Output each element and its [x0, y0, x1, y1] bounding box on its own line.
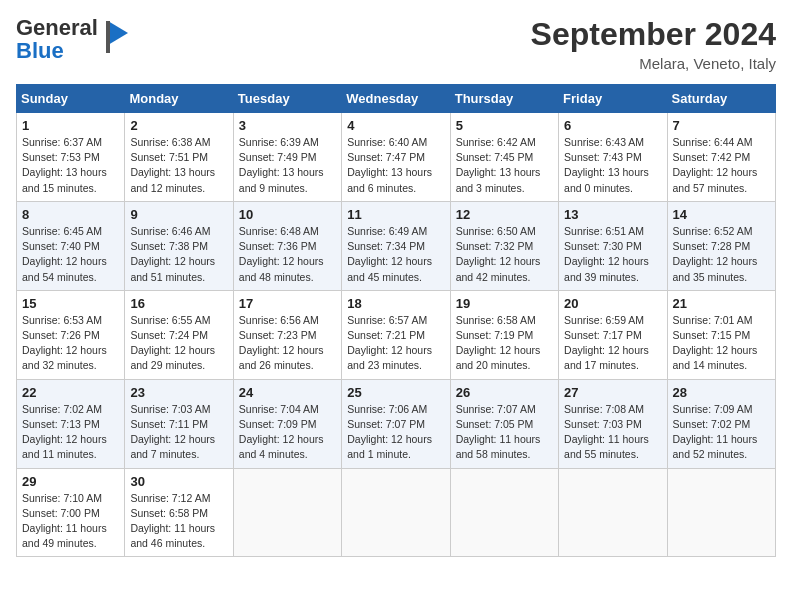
- page-header: General Blue September 2024 Melara, Vene…: [16, 16, 776, 72]
- day-info: Sunrise: 6:44 AM Sunset: 7:42 PM Dayligh…: [673, 135, 770, 196]
- calendar-cell: 29Sunrise: 7:10 AM Sunset: 7:00 PM Dayli…: [17, 468, 125, 557]
- svg-rect-1: [106, 21, 110, 53]
- calendar-cell: 8Sunrise: 6:45 AM Sunset: 7:40 PM Daylig…: [17, 201, 125, 290]
- day-info: Sunrise: 6:49 AM Sunset: 7:34 PM Dayligh…: [347, 224, 444, 285]
- calendar-cell: 9Sunrise: 6:46 AM Sunset: 7:38 PM Daylig…: [125, 201, 233, 290]
- day-number: 24: [239, 385, 336, 400]
- day-info: Sunrise: 6:39 AM Sunset: 7:49 PM Dayligh…: [239, 135, 336, 196]
- calendar-cell: 25Sunrise: 7:06 AM Sunset: 7:07 PM Dayli…: [342, 379, 450, 468]
- day-info: Sunrise: 6:58 AM Sunset: 7:19 PM Dayligh…: [456, 313, 553, 374]
- calendar-cell: [559, 468, 667, 557]
- logo: General Blue: [16, 16, 130, 62]
- calendar-cell: 28Sunrise: 7:09 AM Sunset: 7:02 PM Dayli…: [667, 379, 775, 468]
- calendar-cell: 10Sunrise: 6:48 AM Sunset: 7:36 PM Dayli…: [233, 201, 341, 290]
- day-info: Sunrise: 6:57 AM Sunset: 7:21 PM Dayligh…: [347, 313, 444, 374]
- day-number: 13: [564, 207, 661, 222]
- calendar-cell: 5Sunrise: 6:42 AM Sunset: 7:45 PM Daylig…: [450, 113, 558, 202]
- weekday-header-monday: Monday: [125, 85, 233, 113]
- day-info: Sunrise: 7:07 AM Sunset: 7:05 PM Dayligh…: [456, 402, 553, 463]
- calendar-cell: 4Sunrise: 6:40 AM Sunset: 7:47 PM Daylig…: [342, 113, 450, 202]
- day-info: Sunrise: 6:59 AM Sunset: 7:17 PM Dayligh…: [564, 313, 661, 374]
- day-number: 12: [456, 207, 553, 222]
- day-info: Sunrise: 7:04 AM Sunset: 7:09 PM Dayligh…: [239, 402, 336, 463]
- day-info: Sunrise: 6:42 AM Sunset: 7:45 PM Dayligh…: [456, 135, 553, 196]
- day-info: Sunrise: 6:56 AM Sunset: 7:23 PM Dayligh…: [239, 313, 336, 374]
- day-info: Sunrise: 7:06 AM Sunset: 7:07 PM Dayligh…: [347, 402, 444, 463]
- day-number: 17: [239, 296, 336, 311]
- day-number: 8: [22, 207, 119, 222]
- day-info: Sunrise: 6:37 AM Sunset: 7:53 PM Dayligh…: [22, 135, 119, 196]
- weekday-header-wednesday: Wednesday: [342, 85, 450, 113]
- weekday-header-thursday: Thursday: [450, 85, 558, 113]
- day-number: 20: [564, 296, 661, 311]
- day-number: 27: [564, 385, 661, 400]
- day-info: Sunrise: 7:01 AM Sunset: 7:15 PM Dayligh…: [673, 313, 770, 374]
- location: Melara, Veneto, Italy: [531, 55, 776, 72]
- day-number: 11: [347, 207, 444, 222]
- day-number: 6: [564, 118, 661, 133]
- calendar-cell: 27Sunrise: 7:08 AM Sunset: 7:03 PM Dayli…: [559, 379, 667, 468]
- day-number: 4: [347, 118, 444, 133]
- calendar-cell: 24Sunrise: 7:04 AM Sunset: 7:09 PM Dayli…: [233, 379, 341, 468]
- calendar-cell: 23Sunrise: 7:03 AM Sunset: 7:11 PM Dayli…: [125, 379, 233, 468]
- logo-flag-icon: [102, 19, 130, 55]
- day-info: Sunrise: 6:51 AM Sunset: 7:30 PM Dayligh…: [564, 224, 661, 285]
- logo-general: General: [16, 16, 98, 39]
- calendar-week-row: 1Sunrise: 6:37 AM Sunset: 7:53 PM Daylig…: [17, 113, 776, 202]
- calendar-cell: 30Sunrise: 7:12 AM Sunset: 6:58 PM Dayli…: [125, 468, 233, 557]
- calendar-cell: 7Sunrise: 6:44 AM Sunset: 7:42 PM Daylig…: [667, 113, 775, 202]
- calendar-cell: 17Sunrise: 6:56 AM Sunset: 7:23 PM Dayli…: [233, 290, 341, 379]
- day-info: Sunrise: 6:50 AM Sunset: 7:32 PM Dayligh…: [456, 224, 553, 285]
- day-number: 5: [456, 118, 553, 133]
- calendar-cell: 16Sunrise: 6:55 AM Sunset: 7:24 PM Dayli…: [125, 290, 233, 379]
- calendar-cell: 3Sunrise: 6:39 AM Sunset: 7:49 PM Daylig…: [233, 113, 341, 202]
- day-info: Sunrise: 6:52 AM Sunset: 7:28 PM Dayligh…: [673, 224, 770, 285]
- day-number: 23: [130, 385, 227, 400]
- day-info: Sunrise: 6:38 AM Sunset: 7:51 PM Dayligh…: [130, 135, 227, 196]
- day-info: Sunrise: 6:48 AM Sunset: 7:36 PM Dayligh…: [239, 224, 336, 285]
- day-number: 2: [130, 118, 227, 133]
- day-number: 9: [130, 207, 227, 222]
- calendar-cell: 26Sunrise: 7:07 AM Sunset: 7:05 PM Dayli…: [450, 379, 558, 468]
- calendar-header-row: SundayMondayTuesdayWednesdayThursdayFrid…: [17, 85, 776, 113]
- day-number: 28: [673, 385, 770, 400]
- calendar-week-row: 29Sunrise: 7:10 AM Sunset: 7:00 PM Dayli…: [17, 468, 776, 557]
- calendar-cell: 19Sunrise: 6:58 AM Sunset: 7:19 PM Dayli…: [450, 290, 558, 379]
- title-block: September 2024 Melara, Veneto, Italy: [531, 16, 776, 72]
- day-info: Sunrise: 6:46 AM Sunset: 7:38 PM Dayligh…: [130, 224, 227, 285]
- calendar-cell: [342, 468, 450, 557]
- day-info: Sunrise: 6:40 AM Sunset: 7:47 PM Dayligh…: [347, 135, 444, 196]
- calendar-week-row: 8Sunrise: 6:45 AM Sunset: 7:40 PM Daylig…: [17, 201, 776, 290]
- calendar-week-row: 15Sunrise: 6:53 AM Sunset: 7:26 PM Dayli…: [17, 290, 776, 379]
- day-number: 7: [673, 118, 770, 133]
- calendar-cell: [233, 468, 341, 557]
- svg-marker-0: [108, 21, 128, 45]
- calendar-cell: 18Sunrise: 6:57 AM Sunset: 7:21 PM Dayli…: [342, 290, 450, 379]
- day-number: 18: [347, 296, 444, 311]
- calendar-cell: 21Sunrise: 7:01 AM Sunset: 7:15 PM Dayli…: [667, 290, 775, 379]
- day-number: 29: [22, 474, 119, 489]
- day-info: Sunrise: 7:02 AM Sunset: 7:13 PM Dayligh…: [22, 402, 119, 463]
- month-title: September 2024: [531, 16, 776, 53]
- day-number: 15: [22, 296, 119, 311]
- day-info: Sunrise: 6:55 AM Sunset: 7:24 PM Dayligh…: [130, 313, 227, 374]
- logo-blue: Blue: [16, 39, 98, 62]
- day-number: 19: [456, 296, 553, 311]
- calendar-cell: [450, 468, 558, 557]
- day-number: 30: [130, 474, 227, 489]
- day-info: Sunrise: 6:43 AM Sunset: 7:43 PM Dayligh…: [564, 135, 661, 196]
- day-number: 26: [456, 385, 553, 400]
- weekday-header-tuesday: Tuesday: [233, 85, 341, 113]
- day-info: Sunrise: 6:45 AM Sunset: 7:40 PM Dayligh…: [22, 224, 119, 285]
- calendar-cell: 1Sunrise: 6:37 AM Sunset: 7:53 PM Daylig…: [17, 113, 125, 202]
- day-number: 14: [673, 207, 770, 222]
- calendar-cell: 20Sunrise: 6:59 AM Sunset: 7:17 PM Dayli…: [559, 290, 667, 379]
- day-number: 21: [673, 296, 770, 311]
- calendar-cell: 6Sunrise: 6:43 AM Sunset: 7:43 PM Daylig…: [559, 113, 667, 202]
- weekday-header-sunday: Sunday: [17, 85, 125, 113]
- calendar-cell: 22Sunrise: 7:02 AM Sunset: 7:13 PM Dayli…: [17, 379, 125, 468]
- calendar-cell: 2Sunrise: 6:38 AM Sunset: 7:51 PM Daylig…: [125, 113, 233, 202]
- calendar-cell: 11Sunrise: 6:49 AM Sunset: 7:34 PM Dayli…: [342, 201, 450, 290]
- day-number: 1: [22, 118, 119, 133]
- day-number: 3: [239, 118, 336, 133]
